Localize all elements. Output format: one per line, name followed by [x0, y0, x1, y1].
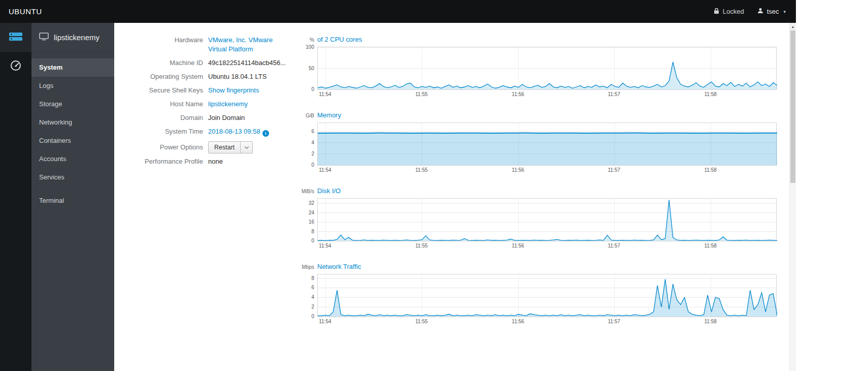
hardware-link[interactable]: VMware, Inc. VMware Virtual Platform	[208, 36, 284, 54]
sidebar-host-header[interactable]: lipstickenemy	[31, 23, 114, 52]
network-plot-area[interactable]	[317, 274, 777, 317]
sidebar-item-services[interactable]: Services	[31, 168, 114, 187]
charts-column: % of 2 CPU cores 050100 11:5411:5511:561…	[297, 36, 777, 371]
info-row-os: Operating System Ubuntu 18.04.1 LTS	[114, 72, 297, 81]
info-row-hardware: Hardware VMware, Inc. VMware Virtual Pla…	[114, 36, 297, 54]
cockpit-app: UBUNTU Locked tsec	[0, 0, 796, 371]
system-time-label: System Time	[114, 127, 208, 137]
computer-icon	[39, 33, 49, 42]
scrollbar-thumb[interactable]	[790, 30, 795, 183]
top-bar: UBUNTU Locked tsec	[0, 0, 796, 23]
disk-io-plot-area[interactable]	[317, 198, 777, 241]
memory-plot-area[interactable]	[317, 122, 777, 166]
sidebar-item-logs[interactable]: Logs	[31, 77, 114, 95]
host-rail	[0, 23, 31, 371]
server-icon	[9, 31, 23, 44]
network-x-axis-labels: 11:5411:5511:5611:5711:58	[317, 317, 777, 325]
system-page: Hardware VMware, Inc. VMware Virtual Pla…	[114, 23, 796, 371]
domain-value: Join Domain	[208, 113, 245, 122]
cpu-usage-chart: % of 2 CPU cores 050100 11:5411:5511:561…	[297, 36, 777, 98]
power-options-label: Power Options	[114, 143, 208, 152]
system-time-link[interactable]: 2018-08-13 09:58	[208, 128, 260, 135]
network-unit-label: Mbps	[297, 264, 314, 270]
hostname-link[interactable]: lipstickenemy	[208, 100, 248, 108]
network-traffic-chart: Mbps Network Traffic 02468 11:5411:5511:…	[297, 263, 777, 325]
machine-id-label: Machine ID	[114, 58, 208, 68]
network-y-axis-labels: 02468	[297, 274, 314, 325]
host-name: lipstickenemy	[54, 33, 99, 42]
disk-io-chart-title-link[interactable]: Disk I/O	[317, 187, 341, 195]
show-fingerprints-link[interactable]: Show fingerprints	[208, 86, 259, 94]
disk-io-chart: MiB/s Disk I/O 08162432 11:5411:5511:561…	[297, 187, 777, 249]
rail-dashboard-tile[interactable]	[0, 52, 31, 81]
disk-io-unit-label: MiB/s	[297, 189, 314, 194]
rail-host-tile[interactable]	[0, 23, 31, 52]
os-label: Operating System	[114, 72, 208, 81]
performance-profile-value: none	[208, 157, 223, 166]
info-row-hostname: Host Name lipstickenemy	[114, 100, 297, 109]
sidebar-item-storage[interactable]: Storage	[31, 95, 114, 113]
sidebar-item-accounts[interactable]: Accounts	[31, 150, 114, 168]
cpu-chart-title-link[interactable]: of 2 CPU cores	[317, 36, 362, 43]
machine-id-value: 49c1822514114bacb456...	[208, 58, 286, 68]
domain-label: Domain	[114, 113, 208, 122]
user-label: tsec	[767, 8, 779, 15]
os-value: Ubuntu 18.04.1 LTS	[208, 72, 266, 81]
scroll-up-arrow[interactable]: ▲	[790, 23, 796, 30]
memory-unit-label: GiB	[297, 113, 314, 118]
hardware-label: Hardware	[114, 36, 208, 54]
cpu-y-axis-labels: 050100	[297, 47, 314, 98]
network-chart-title-link[interactable]: Network Traffic	[317, 263, 361, 270]
lock-icon	[714, 8, 719, 16]
power-split-button: Restart	[208, 141, 253, 153]
topbar-right: Locked tsec ▾	[714, 8, 796, 16]
info-row-machine-id: Machine ID 49c1822514114bacb456...	[114, 58, 297, 68]
brand-ubuntu: UBUNTU	[0, 7, 42, 16]
info-circle-icon[interactable]: i	[262, 130, 269, 137]
info-row-domain: Domain Join Domain	[114, 113, 297, 122]
memory-chart-title-link[interactable]: Memory	[317, 111, 341, 119]
locked-label: Locked	[723, 8, 744, 15]
memory-x-axis-labels: 11:5411:5511:5611:5711:58	[317, 166, 777, 173]
info-row-system-time: System Time 2018-08-13 09:58i	[114, 127, 297, 137]
cpu-plot-area[interactable]	[317, 47, 777, 90]
info-row-power-options: Power Options Restart	[114, 141, 297, 153]
sidebar-item-terminal[interactable]: Terminal	[31, 192, 114, 210]
sidebar-nav: System Logs Storage Networking Container…	[31, 52, 114, 210]
memory-chart: GiB Memory 0246 11:5411:5511:5611:5711:5…	[297, 111, 777, 173]
user-menu[interactable]: tsec ▾	[757, 8, 786, 15]
chevron-down-icon: ▾	[783, 9, 786, 14]
hostname-label: Host Name	[114, 100, 208, 109]
disk-io-y-axis-labels: 08162432	[297, 198, 314, 249]
cpu-unit-label: %	[297, 37, 314, 43]
info-row-ssh-keys: Secure Shell Keys Show fingerprints	[114, 86, 297, 95]
info-row-performance-profile: Performance Profile none	[114, 157, 297, 166]
sidebar: lipstickenemy System Logs Storage Networ…	[31, 23, 114, 371]
dashboard-gauge-icon	[10, 59, 22, 74]
sidebar-item-containers[interactable]: Containers	[31, 132, 114, 150]
disk-io-x-axis-labels: 11:5411:5511:5611:5711:58	[317, 241, 777, 249]
locked-button[interactable]: Locked	[714, 8, 744, 16]
page-scrollbar: ▲	[789, 23, 796, 371]
power-dropdown-button[interactable]	[241, 141, 253, 153]
performance-profile-label: Performance Profile	[114, 157, 208, 166]
system-info-panel: Hardware VMware, Inc. VMware Virtual Pla…	[114, 36, 297, 371]
sidebar-item-system[interactable]: System	[31, 58, 114, 77]
chevron-down-icon	[245, 144, 249, 148]
ssh-keys-label: Secure Shell Keys	[114, 86, 208, 95]
memory-y-axis-labels: 0246	[297, 122, 314, 173]
cpu-x-axis-labels: 11:5411:5511:5611:5711:58	[317, 90, 777, 98]
sidebar-item-networking[interactable]: Networking	[31, 113, 114, 132]
user-icon	[757, 8, 763, 15]
restart-button[interactable]: Restart	[208, 141, 241, 153]
